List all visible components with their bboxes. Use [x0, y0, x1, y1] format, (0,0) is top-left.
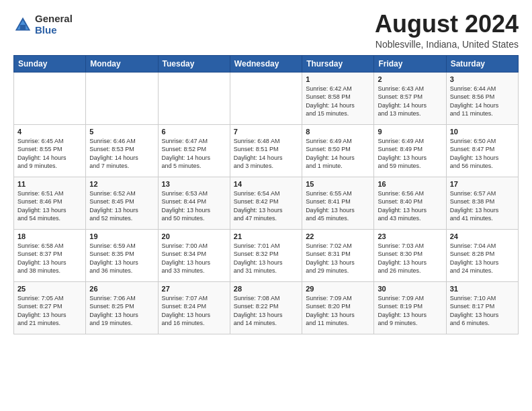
calendar-cell-4-6: 31Sunrise: 7:10 AM Sunset: 8:17 PM Dayli…	[446, 281, 518, 334]
calendar-cell-0-1	[86, 72, 158, 124]
day-number: 14	[234, 180, 298, 188]
cell-content: Sunrise: 7:03 AM Sunset: 8:30 PM Dayligh…	[378, 242, 442, 275]
calendar-cell-2-4: 15Sunrise: 6:55 AM Sunset: 8:41 PM Dayli…	[302, 177, 374, 229]
cell-content: Sunrise: 6:58 AM Sunset: 8:37 PM Dayligh…	[17, 242, 82, 275]
calendar-cell-2-1: 12Sunrise: 6:52 AM Sunset: 8:45 PM Dayli…	[86, 177, 158, 229]
calendar-cell-4-2: 27Sunrise: 7:07 AM Sunset: 8:24 PM Dayli…	[158, 281, 230, 334]
day-number: 21	[234, 232, 298, 240]
calendar-cell-2-5: 16Sunrise: 6:56 AM Sunset: 8:40 PM Dayli…	[374, 177, 446, 229]
day-number: 31	[450, 285, 515, 293]
calendar-cell-0-6: 3Sunrise: 6:44 AM Sunset: 8:56 PM Daylig…	[446, 72, 518, 124]
day-number: 26	[89, 285, 154, 293]
calendar-cell-1-2: 6Sunrise: 6:47 AM Sunset: 8:52 PM Daylig…	[158, 124, 230, 177]
calendar-week-2: 11Sunrise: 6:51 AM Sunset: 8:46 PM Dayli…	[14, 177, 519, 229]
calendar-week-3: 18Sunrise: 6:58 AM Sunset: 8:37 PM Dayli…	[14, 229, 519, 281]
day-number: 29	[306, 285, 370, 293]
calendar-cell-1-3: 7Sunrise: 6:48 AM Sunset: 8:51 PM Daylig…	[230, 124, 302, 177]
header-sunday: Sunday	[14, 55, 86, 72]
cell-content: Sunrise: 6:46 AM Sunset: 8:53 PM Dayligh…	[89, 137, 154, 171]
header-tuesday: Tuesday	[158, 55, 230, 72]
location: Noblesville, Indiana, United States	[375, 39, 519, 50]
day-number: 1	[306, 75, 370, 83]
cell-content: Sunrise: 6:48 AM Sunset: 8:51 PM Dayligh…	[234, 137, 298, 171]
logo: General Blue	[13, 13, 73, 36]
day-number: 7	[234, 128, 298, 136]
cell-content: Sunrise: 7:05 AM Sunset: 8:27 PM Dayligh…	[17, 294, 82, 328]
cell-content: Sunrise: 7:09 AM Sunset: 8:20 PM Dayligh…	[306, 294, 370, 328]
logo-text: General Blue	[35, 13, 73, 36]
calendar-cell-0-0	[14, 72, 86, 124]
day-number: 4	[17, 128, 82, 136]
cell-content: Sunrise: 6:47 AM Sunset: 8:52 PM Dayligh…	[162, 137, 226, 171]
cell-content: Sunrise: 6:52 AM Sunset: 8:45 PM Dayligh…	[89, 189, 154, 223]
calendar-cell-4-4: 29Sunrise: 7:09 AM Sunset: 8:20 PM Dayli…	[302, 281, 374, 334]
cell-content: Sunrise: 6:57 AM Sunset: 8:38 PM Dayligh…	[450, 189, 515, 223]
cell-content: Sunrise: 6:43 AM Sunset: 8:57 PM Dayligh…	[378, 85, 442, 118]
calendar-cell-3-1: 19Sunrise: 6:59 AM Sunset: 8:35 PM Dayli…	[86, 229, 158, 281]
cell-content: Sunrise: 6:42 AM Sunset: 8:58 PM Dayligh…	[306, 85, 370, 118]
calendar-cell-0-3	[230, 72, 302, 124]
logo-general-text: General	[35, 13, 73, 25]
calendar-cell-4-1: 26Sunrise: 7:06 AM Sunset: 8:25 PM Dayli…	[86, 281, 158, 334]
day-number: 25	[17, 285, 82, 293]
calendar-cell-2-2: 13Sunrise: 6:53 AM Sunset: 8:44 PM Dayli…	[158, 177, 230, 229]
cell-content: Sunrise: 7:04 AM Sunset: 8:28 PM Dayligh…	[450, 242, 515, 275]
calendar-cell-2-6: 17Sunrise: 6:57 AM Sunset: 8:38 PM Dayli…	[446, 177, 518, 229]
cell-content: Sunrise: 6:44 AM Sunset: 8:56 PM Dayligh…	[450, 85, 515, 118]
day-number: 10	[450, 128, 515, 136]
calendar-cell-4-3: 28Sunrise: 7:08 AM Sunset: 8:22 PM Dayli…	[230, 281, 302, 334]
page: General Blue August 2024 Noblesville, In…	[0, 0, 532, 411]
day-number: 2	[378, 75, 442, 83]
day-number: 20	[162, 232, 226, 240]
calendar-cell-0-4: 1Sunrise: 6:42 AM Sunset: 8:58 PM Daylig…	[302, 72, 374, 124]
calendar-cell-1-1: 5Sunrise: 6:46 AM Sunset: 8:53 PM Daylig…	[86, 124, 158, 177]
cell-content: Sunrise: 7:01 AM Sunset: 8:32 PM Dayligh…	[234, 242, 298, 275]
day-number: 3	[450, 75, 515, 83]
cell-content: Sunrise: 6:49 AM Sunset: 8:50 PM Dayligh…	[306, 137, 370, 171]
day-number: 11	[17, 180, 82, 188]
calendar-body: 1Sunrise: 6:42 AM Sunset: 8:58 PM Daylig…	[14, 72, 519, 334]
day-number: 13	[162, 180, 226, 188]
logo-blue-text: Blue	[35, 25, 73, 36]
day-number: 30	[378, 285, 442, 293]
day-number: 19	[89, 232, 154, 240]
calendar-cell-0-2	[158, 72, 230, 124]
cell-content: Sunrise: 6:56 AM Sunset: 8:40 PM Dayligh…	[378, 189, 442, 223]
calendar-cell-1-5: 9Sunrise: 6:49 AM Sunset: 8:49 PM Daylig…	[374, 124, 446, 177]
cell-content: Sunrise: 6:50 AM Sunset: 8:47 PM Dayligh…	[450, 137, 515, 171]
calendar-cell-1-0: 4Sunrise: 6:45 AM Sunset: 8:55 PM Daylig…	[14, 124, 86, 177]
calendar-cell-0-5: 2Sunrise: 6:43 AM Sunset: 8:57 PM Daylig…	[374, 72, 446, 124]
day-number: 16	[378, 180, 442, 188]
cell-content: Sunrise: 7:07 AM Sunset: 8:24 PM Dayligh…	[162, 294, 226, 328]
day-number: 8	[306, 128, 370, 136]
header-saturday: Saturday	[446, 55, 518, 72]
calendar-cell-3-4: 22Sunrise: 7:02 AM Sunset: 8:31 PM Dayli…	[302, 229, 374, 281]
day-number: 27	[162, 285, 226, 293]
cell-content: Sunrise: 7:06 AM Sunset: 8:25 PM Dayligh…	[89, 294, 154, 328]
cell-content: Sunrise: 6:59 AM Sunset: 8:35 PM Dayligh…	[89, 242, 154, 275]
calendar-header: Sunday Monday Tuesday Wednesday Thursday…	[14, 55, 519, 72]
day-number: 17	[450, 180, 515, 188]
calendar-cell-3-2: 20Sunrise: 7:00 AM Sunset: 8:34 PM Dayli…	[158, 229, 230, 281]
cell-content: Sunrise: 7:08 AM Sunset: 8:22 PM Dayligh…	[234, 294, 298, 328]
calendar-table: Sunday Monday Tuesday Wednesday Thursday…	[13, 55, 519, 334]
header-monday: Monday	[86, 55, 158, 72]
day-number: 6	[162, 128, 226, 136]
header-wednesday: Wednesday	[230, 55, 302, 72]
calendar-cell-1-4: 8Sunrise: 6:49 AM Sunset: 8:50 PM Daylig…	[302, 124, 374, 177]
calendar-week-0: 1Sunrise: 6:42 AM Sunset: 8:58 PM Daylig…	[14, 72, 519, 124]
month-title: August 2024	[375, 11, 519, 38]
day-number: 23	[378, 232, 442, 240]
cell-content: Sunrise: 7:02 AM Sunset: 8:31 PM Dayligh…	[306, 242, 370, 275]
day-number: 24	[450, 232, 515, 240]
cell-content: Sunrise: 6:54 AM Sunset: 8:42 PM Dayligh…	[234, 189, 298, 223]
cell-content: Sunrise: 7:09 AM Sunset: 8:19 PM Dayligh…	[378, 294, 442, 328]
day-number: 12	[89, 180, 154, 188]
calendar-cell-3-3: 21Sunrise: 7:01 AM Sunset: 8:32 PM Dayli…	[230, 229, 302, 281]
day-number: 15	[306, 180, 370, 188]
calendar-cell-3-5: 23Sunrise: 7:03 AM Sunset: 8:30 PM Dayli…	[374, 229, 446, 281]
cell-content: Sunrise: 6:49 AM Sunset: 8:49 PM Dayligh…	[378, 137, 442, 171]
cell-content: Sunrise: 6:53 AM Sunset: 8:44 PM Dayligh…	[162, 189, 226, 223]
header-row: Sunday Monday Tuesday Wednesday Thursday…	[14, 55, 519, 72]
title-block: August 2024 Noblesville, Indiana, United…	[375, 11, 519, 50]
